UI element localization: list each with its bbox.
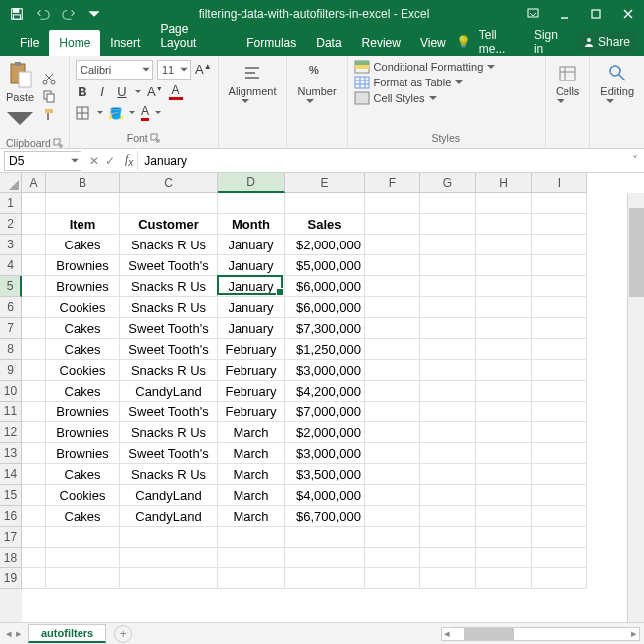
- share-button[interactable]: Share: [577, 32, 636, 52]
- col-header-I[interactable]: I: [532, 173, 587, 193]
- name-box[interactable]: D5: [4, 151, 81, 171]
- cell[interactable]: $2,000,000: [285, 422, 365, 443]
- cell[interactable]: [476, 297, 532, 318]
- cell[interactable]: [532, 485, 587, 506]
- cell[interactable]: Snacks R Us: [120, 297, 218, 318]
- row-header-18[interactable]: 18: [0, 548, 22, 568]
- font-color-a-icon[interactable]: A: [169, 83, 183, 100]
- cell[interactable]: Cookies: [46, 360, 120, 381]
- paste-button[interactable]: Paste: [6, 60, 34, 135]
- enter-formula-icon[interactable]: ✓: [105, 154, 115, 168]
- cell[interactable]: [532, 568, 587, 589]
- cell[interactable]: [476, 485, 532, 506]
- cell[interactable]: [420, 297, 476, 318]
- cell[interactable]: Sweet Tooth's: [120, 255, 218, 276]
- cell[interactable]: [218, 548, 285, 568]
- row-header-14[interactable]: 14: [0, 464, 22, 485]
- cell[interactable]: [365, 568, 420, 589]
- cell[interactable]: Sweet Tooth's: [120, 318, 218, 339]
- cell[interactable]: [365, 318, 420, 339]
- cell[interactable]: [22, 255, 46, 276]
- row-headers[interactable]: 12345678910111213141516171819: [0, 193, 22, 622]
- save-button[interactable]: [6, 3, 28, 25]
- col-header-H[interactable]: H: [476, 173, 532, 193]
- cell[interactable]: [420, 214, 476, 235]
- col-header-F[interactable]: F: [365, 173, 420, 193]
- row-header-13[interactable]: 13: [0, 443, 22, 464]
- cell[interactable]: [532, 214, 587, 235]
- sheet-tab-autofilters[interactable]: autofilters: [28, 624, 106, 643]
- cell[interactable]: [420, 548, 476, 568]
- cell[interactable]: [365, 276, 420, 297]
- cell[interactable]: [476, 443, 532, 464]
- cell[interactable]: [532, 381, 587, 402]
- cell[interactable]: [365, 464, 420, 485]
- bold-button[interactable]: B: [76, 84, 89, 99]
- select-all-corner[interactable]: [0, 173, 22, 193]
- cell[interactable]: Item: [46, 214, 120, 235]
- cell[interactable]: Brownies: [46, 422, 120, 443]
- fontcolor-more-icon[interactable]: [155, 111, 161, 115]
- cell[interactable]: [420, 568, 476, 589]
- cell[interactable]: Brownies: [46, 402, 120, 422]
- cell[interactable]: [532, 255, 587, 276]
- cell[interactable]: Brownies: [46, 276, 120, 297]
- next-sheet-icon[interactable]: ▸: [16, 627, 22, 640]
- cell[interactable]: $4,000,000: [285, 485, 365, 506]
- cell[interactable]: $3,000,000: [285, 360, 365, 381]
- redo-button[interactable]: [58, 3, 80, 25]
- cell[interactable]: March: [218, 464, 285, 485]
- cell[interactable]: [532, 318, 587, 339]
- cell[interactable]: [476, 568, 532, 589]
- cell[interactable]: [22, 422, 46, 443]
- col-header-A[interactable]: A: [22, 173, 46, 193]
- cell[interactable]: [285, 568, 365, 589]
- expand-formula-icon[interactable]: ˅: [626, 154, 644, 168]
- font-dialog-icon[interactable]: [150, 133, 160, 143]
- cell[interactable]: [46, 527, 120, 548]
- tab-review[interactable]: Review: [352, 30, 410, 56]
- close-button[interactable]: [612, 0, 644, 28]
- decrease-font-icon[interactable]: A▼: [147, 84, 163, 99]
- row-header-19[interactable]: 19: [0, 568, 22, 589]
- minimize-button[interactable]: [549, 0, 580, 28]
- cell[interactable]: Cakes: [46, 318, 120, 339]
- cell[interactable]: [476, 422, 532, 443]
- cell[interactable]: [46, 193, 120, 214]
- cell[interactable]: January: [218, 318, 285, 339]
- cell[interactable]: [476, 402, 532, 422]
- cell[interactable]: [420, 235, 476, 255]
- formula-input[interactable]: January: [137, 151, 626, 171]
- cell[interactable]: [420, 276, 476, 297]
- cell[interactable]: Cakes: [46, 464, 120, 485]
- italic-button[interactable]: I: [95, 84, 109, 99]
- cell[interactable]: [420, 485, 476, 506]
- cell[interactable]: Sales: [285, 214, 365, 235]
- underline-button[interactable]: U: [115, 84, 129, 99]
- cell[interactable]: February: [218, 360, 285, 381]
- row-header-5[interactable]: 5: [0, 276, 22, 297]
- cell[interactable]: Brownies: [46, 443, 120, 464]
- cell[interactable]: January: [218, 255, 285, 276]
- row-header-9[interactable]: 9: [0, 360, 22, 381]
- clipboard-dialog-icon[interactable]: [53, 138, 63, 148]
- cell[interactable]: [365, 214, 420, 235]
- cancel-formula-icon[interactable]: ✕: [89, 154, 99, 168]
- spreadsheet-grid[interactable]: ABCDEFGHI 12345678910111213141516171819 …: [0, 173, 644, 622]
- cell[interactable]: [22, 464, 46, 485]
- row-header-8[interactable]: 8: [0, 339, 22, 360]
- cell[interactable]: [420, 527, 476, 548]
- cell[interactable]: CandyLand: [120, 506, 218, 527]
- add-sheet-button[interactable]: +: [114, 625, 132, 643]
- row-header-15[interactable]: 15: [0, 485, 22, 506]
- cell[interactable]: $3,000,000: [285, 443, 365, 464]
- col-header-E[interactable]: E: [285, 173, 365, 193]
- fx-icon[interactable]: fx: [121, 152, 137, 168]
- col-header-D[interactable]: D: [218, 173, 285, 193]
- cell[interactable]: Snacks R Us: [120, 464, 218, 485]
- cell[interactable]: [532, 360, 587, 381]
- cell[interactable]: March: [218, 443, 285, 464]
- cell[interactable]: [420, 402, 476, 422]
- cell[interactable]: [22, 402, 46, 422]
- cell[interactable]: [476, 214, 532, 235]
